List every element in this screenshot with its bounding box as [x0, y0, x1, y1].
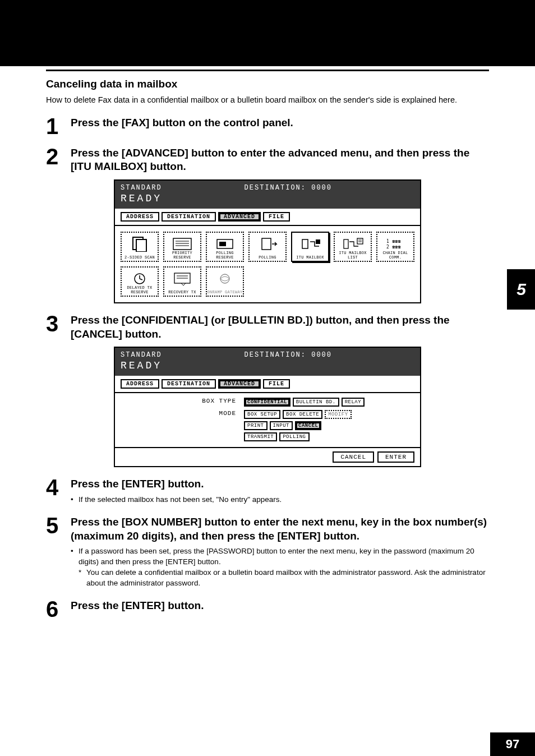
- step-title: Press the [CONFIDENTIAL] (or [BULLETIN B…: [71, 314, 489, 341]
- tab-advanced[interactable]: ADVANCED: [218, 379, 261, 389]
- step-title: Press the [FAX] button on the control pa…: [71, 116, 489, 130]
- button-label: CHAIN DIAL COMM.: [377, 251, 413, 260]
- ready-label: READY: [121, 193, 414, 204]
- intro-paragraph: How to delete Fax data in a confidential…: [46, 95, 489, 106]
- enter-button[interactable]: ENTER: [377, 451, 414, 463]
- step-number: 2: [46, 146, 71, 167]
- transmit-button[interactable]: TRANSMIT: [244, 432, 277, 441]
- step-number: 4: [46, 477, 71, 497]
- mode-label: MODE: [121, 410, 244, 417]
- step-title: Press the [ENTER] button.: [71, 477, 489, 491]
- button-label: POLLING RESERVE: [207, 251, 243, 260]
- chain-dial-button[interactable]: 1 ☎☎☎2 ☎☎☎CHAIN DIAL COMM.: [376, 232, 414, 262]
- fax-panel-advanced: STANDARD DESTINATION: 0000 READY ADDRESS…: [114, 179, 421, 303]
- machine-icon: [212, 236, 238, 252]
- recovery-icon: [169, 271, 195, 287]
- polling-button[interactable]: POLLING: [248, 232, 287, 262]
- mailbox-list-icon: [340, 236, 366, 252]
- button-label: ONRAMP GATEWAY: [207, 290, 242, 294]
- tab-destination[interactable]: DESTINATION: [162, 212, 216, 222]
- svg-rect-11: [344, 239, 348, 248]
- tab-file[interactable]: FILE: [263, 379, 290, 389]
- svg-text:2 ☎☎☎: 2 ☎☎☎: [386, 245, 401, 250]
- onramp-gateway-button[interactable]: ONRAMP GATEWAY: [206, 266, 244, 297]
- button-label: PRIORITY RESERVE: [164, 251, 200, 260]
- polling-reserve-button[interactable]: POLLING RESERVE: [206, 232, 244, 262]
- step-4: 4 Press the [ENTER] button. •If the sele…: [46, 477, 489, 505]
- button-label: 2-SIDED SCAN: [124, 255, 155, 260]
- tab-address[interactable]: ADDRESS: [121, 379, 159, 389]
- box-delete-button[interactable]: BOX DELETE: [283, 410, 322, 419]
- confidential-button[interactable]: CONFIDENTIAL: [244, 398, 290, 407]
- step-number: 6: [46, 599, 71, 619]
- embedded-screenshot-2: STANDARD DESTINATION: 0000 READY ADDRESS…: [46, 347, 489, 467]
- step-number: 5: [46, 515, 71, 536]
- resolution-label: STANDARD: [121, 184, 162, 192]
- ready-label: READY: [121, 360, 414, 371]
- cancel-mode-button[interactable]: CANCEL: [295, 421, 321, 430]
- tab-advanced[interactable]: ADVANCED: [218, 212, 261, 222]
- recovery-tx-button[interactable]: RECOVERY TX: [163, 266, 201, 297]
- box-setup-button[interactable]: BOX SETUP: [244, 410, 280, 419]
- svg-line-19: [140, 279, 142, 280]
- chain-icon: 1 ☎☎☎2 ☎☎☎: [382, 236, 408, 252]
- resolution-label: STANDARD: [121, 351, 162, 359]
- two-sided-scan-button[interactable]: 2-SIDED SCAN: [121, 232, 159, 262]
- section-rule: [46, 70, 489, 71]
- note-text: If a password has been set, press the [P…: [79, 546, 489, 568]
- mailbox-icon: [297, 236, 323, 252]
- itu-mailbox-button[interactable]: ITU MAILBOX: [291, 232, 329, 262]
- step-number: 3: [46, 314, 71, 334]
- destination-count: DESTINATION: 0000: [245, 184, 332, 192]
- polling-button[interactable]: POLLING: [279, 432, 309, 441]
- page-number: 97: [490, 732, 535, 756]
- step-title: Press the [ENTER] button.: [71, 599, 489, 613]
- step-1: 1 Press the [FAX] button on the control …: [46, 116, 489, 136]
- svg-rect-7: [219, 242, 226, 246]
- step-title: Press the [ADVANCED] button to enter the…: [71, 146, 489, 174]
- page: 5 97 Canceling data in mailbox How to de…: [0, 0, 535, 756]
- step-5-notes: •If a password has been set, press the […: [71, 546, 489, 589]
- svg-rect-12: [357, 238, 363, 244]
- cancel-button[interactable]: CANCEL: [333, 451, 374, 463]
- svg-point-23: [220, 274, 229, 283]
- note-text: If the selected mailbox has not been set…: [79, 495, 489, 505]
- tab-address[interactable]: ADDRESS: [121, 212, 159, 222]
- step-title: Press the [BOX NUMBER] button to enter t…: [71, 515, 489, 543]
- fax-status-header: STANDARD DESTINATION: 0000 READY: [115, 348, 420, 376]
- svg-rect-9: [302, 239, 308, 248]
- svg-rect-10: [316, 239, 320, 244]
- step-6: 6 Press the [ENTER] button.: [46, 599, 489, 619]
- gateway-icon: [212, 271, 238, 287]
- mailbox-settings-area: BOX TYPE CONFIDENTIAL BULLETIN BD. RELAY…: [115, 393, 420, 447]
- box-type-label: BOX TYPE: [121, 398, 244, 404]
- button-label: ITU MAILBOX: [296, 255, 324, 260]
- step-5: 5 Press the [BOX NUMBER] button to enter…: [46, 515, 489, 589]
- section-title: Canceling data in mailbox: [46, 78, 489, 90]
- button-label: DELAYED TX RESERVE: [122, 285, 158, 294]
- print-button[interactable]: PRINT: [244, 421, 268, 430]
- fax-tab-row: ADDRESS DESTINATION ADVANCED FILE: [115, 376, 420, 393]
- delayed-tx-reserve-button[interactable]: DELAYED TX RESERVE: [121, 266, 159, 297]
- modify-button: MODIFY: [325, 410, 351, 419]
- step-3: 3 Press the [CONFIDENTIAL] (or [BULLETIN…: [46, 314, 489, 341]
- bulletin-bd-button[interactable]: BULLETIN BD.: [293, 398, 339, 407]
- step-2: 2 Press the [ADVANCED] button to enter t…: [46, 146, 489, 174]
- svg-text:1 ☎☎☎: 1 ☎☎☎: [386, 239, 401, 244]
- dialog-footer: CANCEL ENTER: [115, 447, 420, 466]
- list-icon: [169, 236, 195, 252]
- tab-destination[interactable]: DESTINATION: [162, 379, 216, 389]
- star-note-text: You can delete a confidential mailbox or…: [86, 568, 489, 589]
- input-button[interactable]: INPUT: [270, 421, 293, 430]
- itu-mailbox-list-button[interactable]: ITU MAILBOX LIST: [334, 232, 372, 262]
- button-label: ITU MAILBOX LIST: [335, 251, 371, 260]
- tab-file[interactable]: FILE: [263, 212, 290, 222]
- button-label: RECOVERY TX: [168, 290, 196, 294]
- step-number: 1: [46, 116, 71, 136]
- svg-rect-2: [173, 238, 191, 250]
- priority-reserve-button[interactable]: PRIORITY RESERVE: [163, 232, 201, 262]
- relay-button[interactable]: RELAY: [342, 398, 365, 407]
- clock-icon: [127, 271, 153, 287]
- advanced-button-grid: 2-SIDED SCAN PRIORITY RESERVE POLLING RE…: [115, 226, 420, 302]
- button-label: POLLING: [259, 255, 276, 260]
